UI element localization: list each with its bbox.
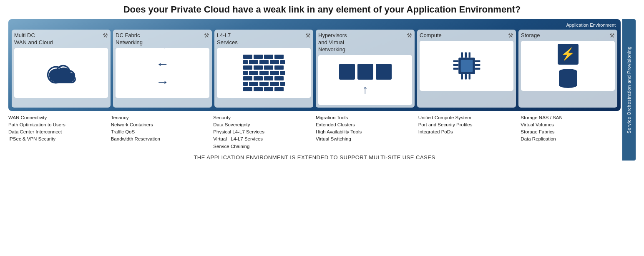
vm-sq-1 [339,64,355,80]
card-hypervisors: Hypervisorsand VirtualNetworking ⚒ ↑ [316,30,415,108]
label-item: Storage NAS / SAN [521,114,621,121]
label-item: Data Sovereignty [213,121,313,128]
label-col-storage: Storage NAS / SAN Virtual Volumes Storag… [521,114,621,150]
label-item: Migration Tools [316,114,416,121]
label-item: Integrated PoDs [418,128,518,136]
card-image-l4-l7 [217,48,311,98]
storage-icon: ⚡ [558,44,579,88]
label-col-l4-l7: Security Data Sovereignty Physical L4-L7… [213,114,313,150]
svg-rect-14 [475,64,480,66]
card-image-compute [420,41,513,91]
label-col-compute: Unified Compute System Port and Security… [418,114,518,150]
wrench-icon-l4-l7: ⚒ [305,32,311,39]
wrench-icon-compute: ⚒ [508,32,513,39]
label-item: High Availability Tools [316,128,416,136]
card-title-multi-dc: Multi DCWAN and Cloud [14,32,53,46]
card-header-dc-fabric: DC FabricNetworking ⚒ [116,32,209,46]
label-item: Unified Compute System [418,114,518,121]
app-env-label: Application Environment [12,23,617,28]
wrench-icon-dc-fabric: ⚒ [204,32,209,39]
arrow-left-2 [156,92,169,98]
lightning-box: ⚡ [558,44,579,65]
db-bot [559,82,577,88]
card-title-dc-fabric: DC FabricNetworking [116,32,143,46]
bricks-icon [240,51,288,95]
svg-rect-11 [453,64,458,66]
svg-rect-7 [51,76,74,82]
label-item: WAN Connectivity [8,114,108,121]
sidebar-text: Service Orchestration and Provisioning [626,46,631,133]
arrow-right-1 [156,48,169,54]
label-item: Data Replication [521,136,621,143]
svg-rect-10 [453,60,458,62]
svg-rect-21 [468,74,470,80]
label-col-hypervisors: Migration Tools Extended Clusters High A… [316,114,416,150]
card-dc-fabric: DC FabricNetworking ⚒ [113,30,212,108]
svg-rect-9 [460,60,473,72]
labels-row: WAN Connectivity Path Optimization to Us… [8,114,621,150]
diagram-box: Application Environment Multi DCWAN and … [8,19,621,111]
card-header-hypervisors: Hypervisorsand VirtualNetworking ⚒ [318,32,412,53]
svg-rect-13 [475,60,480,62]
right-sidebar: Service Orchestration and Provisioning [622,19,636,161]
svg-rect-15 [475,68,480,70]
db-mid [559,75,577,82]
arrows-icon [152,48,174,98]
card-image-dc-fabric [116,48,209,98]
label-item: Tenancy [111,114,211,121]
diagram-and-labels: Application Environment Multi DCWAN and … [8,19,621,161]
label-item: Virtual L4-L7 Services [213,136,313,143]
wrench-icon-storage: ⚒ [609,32,615,39]
label-item: Path Optimization to Users [8,121,108,128]
cpu-svg [448,47,486,85]
svg-rect-20 [465,74,467,80]
card-l4-l7: L4-L7Services ⚒ [214,30,313,108]
card-multi-dc: Multi DCWAN and Cloud ⚒ [12,30,111,108]
svg-rect-12 [453,68,458,70]
label-item: Physical L4-L7 Services [213,128,313,136]
card-image-storage: ⚡ [521,41,615,91]
label-col-dc-fabric: Tenancy Network Containers Traffic QoS B… [111,114,211,150]
card-title-hypervisors: Hypervisorsand VirtualNetworking [318,32,347,53]
vm-sq-2 [357,64,373,80]
label-item: Traffic QoS [111,128,211,136]
label-item: Port and Security Profiles [418,121,518,128]
label-col-multi-dc: WAN Connectivity Path Optimization to Us… [8,114,108,150]
label-item: IPSec & VPN Security [8,136,108,143]
label-item: Extended Clusters [316,121,416,128]
vm-arrow-up: ↑ [362,83,368,96]
db-icon [559,69,577,88]
card-title-compute: Compute [420,32,442,39]
card-header-storage: Storage ⚒ [521,32,615,39]
label-item: Virtual Volumes [521,121,621,128]
svg-rect-17 [465,52,467,58]
label-item: Virtual Switching [316,136,416,143]
vm-sq-3 [376,64,392,80]
svg-rect-18 [468,52,470,58]
card-header-compute: Compute ⚒ [420,32,513,39]
svg-rect-16 [461,52,463,58]
label-item: Bandwidth Reservation [111,136,211,143]
wrench-icon-multi-dc: ⚒ [103,32,108,39]
label-item: Network Containers [111,121,211,128]
card-header-l4-l7: L4-L7Services ⚒ [217,32,311,46]
card-image-multi-dc [14,48,108,98]
label-item: Storage Fabrics [521,128,621,136]
content-area: Application Environment Multi DCWAN and … [8,19,636,161]
card-compute: Compute ⚒ [417,30,516,108]
cards-row: Multi DCWAN and Cloud ⚒ [12,30,617,108]
arrow-right-2 [156,74,169,90]
page-wrapper: Does your Private Cloud have a weak link… [0,0,644,165]
main-title: Does your Private Cloud have a weak link… [8,4,636,15]
card-header-multi-dc: Multi DCWAN and Cloud ⚒ [14,32,108,46]
label-item: Data Center Interconnect [8,128,108,136]
cloud-svg [43,58,80,88]
label-item: Security [213,114,313,121]
wrench-icon-hypervisors: ⚒ [407,32,412,39]
footer-text: THE APPLICATION ENVIRONMENT IS EXTENDED … [8,154,621,161]
svg-rect-19 [461,74,463,80]
card-image-hypervisors: ↑ [318,55,412,105]
db-top [559,69,577,75]
card-title-storage: Storage [521,32,540,39]
card-storage: Storage ⚒ ⚡ [518,30,617,108]
